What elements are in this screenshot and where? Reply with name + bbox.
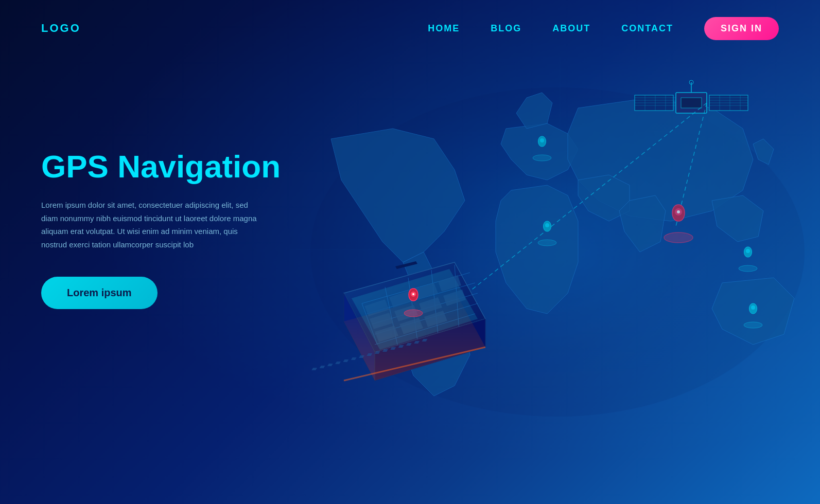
svg-point-27: [538, 240, 556, 246]
svg-point-28: [545, 223, 549, 227]
nav-link-home[interactable]: HOME: [428, 23, 460, 34]
svg-marker-66: [395, 261, 417, 269]
svg-point-33: [746, 249, 750, 253]
signin-button[interactable]: SIGN IN: [704, 17, 779, 40]
nav-link-blog[interactable]: BLOG: [491, 23, 521, 34]
svg-point-35: [751, 305, 755, 310]
svg-point-61: [412, 293, 414, 295]
svg-point-29: [664, 232, 693, 243]
nav-links: HOME BLOG ABOUT CONTACT SIGN IN: [428, 17, 779, 40]
svg-point-31: [677, 210, 680, 213]
nav-link-contact[interactable]: CONTACT: [621, 23, 673, 34]
svg-rect-4: [681, 98, 702, 108]
svg-rect-72: [351, 357, 357, 360]
svg-rect-71: [343, 359, 348, 362]
hero-cta-button[interactable]: Lorem ipsum: [41, 277, 158, 309]
phone-device: [295, 252, 491, 468]
svg-point-26: [540, 138, 544, 142]
hero-visual: [254, 15, 820, 478]
hero-section: GPS Navigation Lorem ipsum dolor sit ame…: [0, 57, 820, 504]
svg-point-34: [744, 322, 762, 328]
svg-point-32: [739, 265, 757, 272]
svg-rect-69: [327, 364, 333, 366]
nav-link-about[interactable]: ABOUT: [552, 23, 590, 34]
svg-rect-70: [335, 362, 341, 364]
svg-point-25: [533, 155, 551, 161]
navbar: LOGO HOME BLOG ABOUT CONTACT SIGN IN: [0, 0, 820, 57]
svg-rect-67: [311, 368, 317, 370]
svg-rect-68: [320, 366, 325, 368]
nav-logo[interactable]: LOGO: [41, 22, 81, 35]
hero-description: Lorem ipsum dolor sit amet, consectetuer…: [41, 199, 257, 251]
